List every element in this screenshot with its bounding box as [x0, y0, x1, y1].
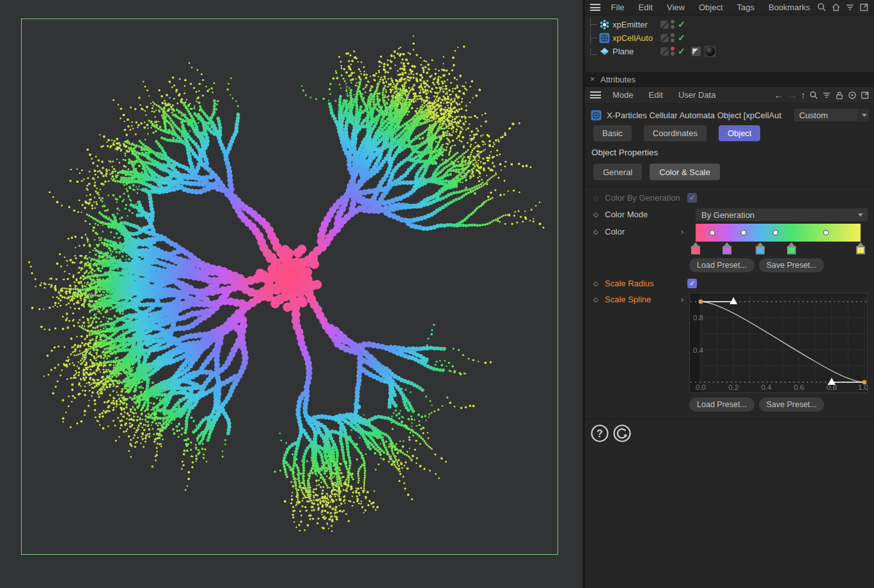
scale-spline-graph[interactable]: 0.80.40.00.20.40.60.81.0	[689, 293, 868, 393]
x-tick-label: 0.2	[728, 383, 738, 391]
menu-file[interactable]: File	[604, 3, 632, 12]
gradient-bias-knot[interactable]	[740, 230, 746, 236]
attributes-menubar: Mode Edit User Data ← → ↑	[585, 87, 874, 104]
xpcellauto-icon	[599, 33, 610, 43]
editor-toggle[interactable]	[660, 34, 669, 42]
tab-basic[interactable]: Basic	[593, 125, 632, 141]
gradient-color-stop[interactable]	[787, 242, 796, 254]
up-icon[interactable]: ↑	[801, 90, 806, 100]
key-diamond-icon[interactable]: ◇	[593, 228, 598, 235]
home-icon[interactable]	[831, 3, 841, 12]
menu-mode[interactable]: Mode	[605, 90, 641, 100]
expand-chevron-icon[interactable]: ›	[681, 295, 683, 304]
load-preset-button[interactable]: Load Preset...	[689, 398, 754, 412]
object-title: X-Particles Cellular Automata Object [xp…	[607, 111, 799, 120]
help-icon[interactable]: ?	[590, 424, 609, 443]
key-diamond-icon[interactable]: ◇	[593, 280, 598, 287]
menu-edit[interactable]: Edit	[641, 90, 671, 100]
save-preset-button[interactable]: Save Preset...	[759, 258, 824, 272]
x-tick-label: 0.4	[761, 383, 772, 391]
search-icon[interactable]	[817, 3, 827, 12]
menu-tags[interactable]: Tags	[730, 3, 761, 12]
lock-icon[interactable]	[835, 91, 844, 100]
object-name[interactable]: Plane	[613, 47, 634, 56]
divider	[585, 419, 874, 419]
key-diamond-icon[interactable]: ◇	[593, 194, 598, 201]
hamburger-menu-icon[interactable]	[590, 91, 601, 98]
visibility-dot-editor[interactable]	[671, 33, 675, 37]
spline-background	[689, 293, 868, 393]
key-diamond-icon[interactable]: ◇	[593, 211, 598, 218]
filter-icon[interactable]	[822, 91, 831, 100]
search-icon[interactable]	[809, 91, 818, 100]
reset-icon[interactable]	[613, 424, 632, 443]
menu-object[interactable]: Object	[692, 3, 730, 12]
subtab-general[interactable]: General	[593, 164, 642, 180]
color-mode-value: By Generation	[696, 210, 858, 220]
compositing-tag-icon[interactable]	[691, 46, 701, 57]
gradient-bias-knot[interactable]	[773, 230, 779, 236]
preset-dropdown[interactable]: Custom	[794, 109, 870, 121]
object-name[interactable]: xpEmitter	[613, 20, 648, 29]
target-icon[interactable]	[848, 91, 857, 100]
new-window-icon[interactable]	[859, 3, 869, 12]
hamburger-menu-icon[interactable]	[590, 4, 600, 11]
visibility-dot-editor[interactable]	[671, 47, 675, 50]
tab-coordinates[interactable]: Coordinates	[644, 125, 706, 141]
load-preset-button[interactable]: Load Preset...	[689, 258, 754, 272]
key-diamond-icon[interactable]: ◇	[593, 296, 598, 303]
enabled-check-icon[interactable]: ✓	[678, 46, 685, 56]
stop-swatch	[856, 246, 865, 254]
chevron-down-icon	[862, 114, 867, 117]
editor-toggle[interactable]	[660, 47, 669, 56]
particle-fractal-render[interactable]	[0, 0, 582, 588]
color-by-generation-checkbox[interactable]: ✓	[687, 193, 697, 203]
dropdown-arrow-button[interactable]	[858, 109, 870, 121]
y-tick-label: 0.8	[693, 314, 703, 321]
enabled-check-icon[interactable]: ✓	[678, 33, 685, 43]
close-icon[interactable]: ×	[590, 75, 595, 84]
gradient-color-stop[interactable]	[691, 242, 700, 254]
attribute-tabs: Basic Coordinates Object	[593, 125, 760, 141]
editor-toggle[interactable]	[660, 20, 669, 29]
object-row-plane[interactable]: Plane ✓	[585, 45, 874, 58]
visibility-dot-render[interactable]	[671, 25, 675, 29]
gradient-bias-knot[interactable]	[823, 230, 829, 236]
spline-point[interactable]	[862, 380, 867, 385]
scale-radius-checkbox[interactable]: ✓	[687, 279, 697, 288]
color-gradient-bar[interactable]	[696, 224, 861, 242]
subtab-color-scale[interactable]: Color & Scale	[650, 164, 719, 180]
spline-point[interactable]	[699, 300, 703, 304]
param-label: Color Mode	[605, 210, 648, 219]
y-tick-label: 0.4	[693, 346, 704, 354]
object-row-xpcellauto[interactable]: xpCellAuto ✓	[585, 31, 874, 45]
color-mode-dropdown[interactable]: By Generation	[696, 208, 868, 221]
menu-view[interactable]: View	[660, 3, 692, 12]
filter-icon[interactable]	[845, 3, 855, 12]
new-window-icon[interactable]	[861, 91, 870, 100]
expand-chevron-icon[interactable]: ›	[681, 227, 683, 236]
gradient-color-stop[interactable]	[722, 242, 731, 254]
back-icon[interactable]: ←	[774, 90, 784, 100]
gradient-color-stop[interactable]	[856, 242, 865, 254]
menu-bookmarks[interactable]: Bookmarks	[761, 3, 817, 12]
x-tick-label: 0.0	[696, 383, 706, 391]
tab-object[interactable]: Object	[719, 125, 761, 141]
3d-viewport[interactable]	[0, 0, 582, 588]
object-name[interactable]: xpCellAuto	[613, 33, 653, 43]
save-preset-button[interactable]: Save Preset...	[759, 398, 824, 412]
visibility-dot-render[interactable]	[671, 38, 675, 42]
gradient-bias-knot[interactable]	[709, 230, 715, 236]
menu-edit[interactable]: Edit	[632, 3, 660, 12]
object-row-xpemitter[interactable]: xpEmitter ✓	[585, 18, 874, 31]
forward-icon[interactable]: →	[788, 90, 797, 100]
material-tag-icon[interactable]	[704, 45, 716, 58]
visibility-dot-render[interactable]	[671, 52, 675, 56]
stop-swatch	[691, 246, 700, 254]
spline-axis-strip	[690, 293, 700, 392]
visibility-dot-editor[interactable]	[671, 20, 675, 24]
gradient-color-stop[interactable]	[756, 242, 765, 254]
menu-user-data[interactable]: User Data	[671, 90, 724, 100]
param-label: Color By Generation	[605, 193, 680, 203]
enabled-check-icon[interactable]: ✓	[678, 19, 685, 29]
